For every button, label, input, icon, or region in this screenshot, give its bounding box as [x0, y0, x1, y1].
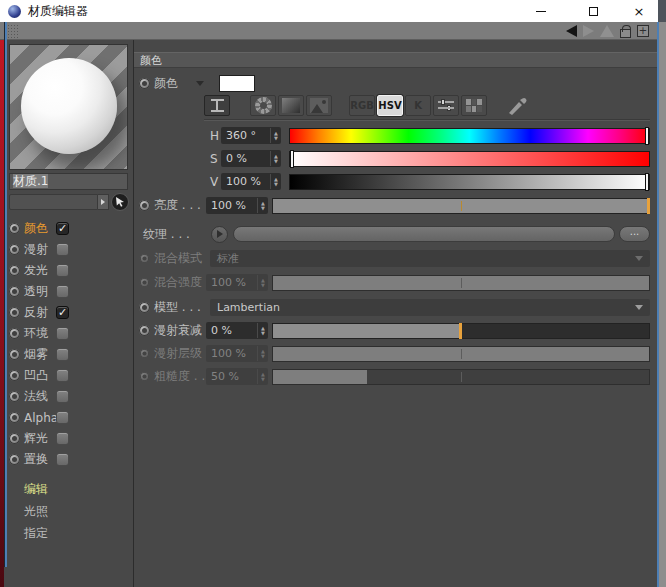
channel-label[interactable]: 漫射: [24, 241, 48, 258]
hue-slider[interactable]: [289, 128, 650, 144]
roughness-stepper: ▲▼: [257, 369, 268, 384]
channel-label[interactable]: 透明: [24, 283, 48, 300]
swatches-icon: [466, 99, 482, 112]
channel-checkbox[interactable]: [56, 390, 69, 403]
lock-icon[interactable]: [620, 29, 631, 38]
close-button[interactable]: ×: [624, 0, 654, 22]
channel-row: 颜色✓: [7, 218, 133, 239]
preview-option-expand-icon[interactable]: [98, 194, 109, 210]
channel-label[interactable]: 颜色: [24, 220, 48, 237]
spectrum-button[interactable]: [278, 95, 304, 116]
image-button[interactable]: [306, 95, 332, 116]
channel-radio-button[interactable]: [9, 265, 20, 276]
texture-browse-button[interactable]: ...: [619, 226, 650, 242]
channel-row: Alpha: [7, 407, 133, 428]
model-dropdown[interactable]: Lambertian: [210, 299, 650, 316]
eyedropper-icon[interactable]: [505, 95, 529, 115]
back-arrow-icon[interactable]: [566, 25, 577, 37]
channel-checkbox[interactable]: [56, 285, 69, 298]
forward-arrow-icon[interactable]: [583, 25, 594, 37]
diffuse-falloff-value-field[interactable]: 0 % ▲▼: [206, 322, 268, 339]
channel-radio-button[interactable]: [9, 454, 20, 465]
channel-label[interactable]: 置换: [24, 451, 48, 468]
chevron-down-icon[interactable]: [196, 81, 204, 86]
texture-path-button[interactable]: [233, 226, 615, 242]
maximize-button[interactable]: [578, 0, 608, 22]
minimize-button[interactable]: [526, 0, 556, 22]
diffuse-falloff-radio-button[interactable]: [139, 325, 150, 336]
material-preview[interactable]: [9, 44, 128, 170]
titlebar[interactable]: 材质编辑器 ×: [0, 0, 658, 22]
channel-label[interactable]: 发光: [24, 262, 48, 279]
material-name-input[interactable]: 材质.1: [9, 173, 128, 190]
hue-stepper[interactable]: ▲▼: [270, 128, 281, 143]
channel-label[interactable]: 反射: [24, 304, 48, 321]
texture-expand-button[interactable]: [211, 226, 228, 243]
saturation-slider[interactable]: [289, 151, 650, 167]
channel-radio-button[interactable]: [9, 244, 20, 255]
mixer-button[interactable]: [433, 95, 459, 116]
channel-label[interactable]: Alpha: [24, 411, 58, 425]
brightness-radio-button[interactable]: [139, 200, 150, 211]
model-radio-button[interactable]: [139, 302, 150, 313]
channel-radio-button[interactable]: [9, 286, 20, 297]
preview-option-bar[interactable]: [9, 194, 98, 210]
channel-radio-button[interactable]: [9, 391, 20, 402]
triangle-icon[interactable]: [600, 25, 614, 37]
saturation-stepper[interactable]: ▲▼: [270, 151, 281, 166]
channel-checkbox[interactable]: ✓: [56, 222, 69, 235]
channel-row: 透明: [7, 281, 133, 302]
channel-checkbox[interactable]: [56, 453, 69, 466]
brightness-slider[interactable]: [272, 198, 650, 214]
compact-button[interactable]: [204, 95, 230, 116]
section-list: 编辑光照指定: [7, 478, 133, 544]
value-slider[interactable]: [289, 174, 650, 190]
channel-checkbox[interactable]: [56, 348, 69, 361]
value-value-field[interactable]: 100 % ▲▼: [221, 173, 281, 190]
mix-mode-dropdown[interactable]: 标准: [210, 250, 650, 267]
section-label[interactable]: 编辑: [24, 481, 48, 498]
channel-radio-button[interactable]: [9, 349, 20, 360]
channel-checkbox[interactable]: [56, 243, 69, 256]
mix-mode-radio-button: [140, 254, 149, 263]
section-label[interactable]: 光照: [24, 503, 48, 520]
swatches-button[interactable]: [461, 95, 487, 116]
section-label[interactable]: 指定: [24, 525, 48, 542]
diffuse-falloff-slider[interactable]: [272, 323, 650, 339]
channel-checkbox[interactable]: [56, 432, 69, 445]
k-mode-button[interactable]: K: [405, 95, 431, 116]
diffuse-falloff-stepper[interactable]: ▲▼: [257, 323, 268, 338]
add-icon[interactable]: +: [637, 25, 649, 37]
channel-checkbox[interactable]: [56, 369, 69, 382]
channel-label[interactable]: 烟雾: [24, 346, 48, 363]
channel-radio-button[interactable]: [9, 433, 20, 444]
color-radio-button[interactable]: [139, 78, 150, 89]
saturation-value-field[interactable]: 0 % ▲▼: [221, 150, 281, 167]
channel-radio-button[interactable]: [9, 412, 20, 423]
channel-radio-button[interactable]: [9, 328, 20, 339]
channel-label[interactable]: 环境: [24, 325, 48, 342]
color-wheel-button[interactable]: [250, 95, 276, 116]
channel-checkbox[interactable]: ✓: [56, 306, 69, 319]
channel-checkbox[interactable]: [56, 327, 69, 340]
pick-button[interactable]: [111, 193, 129, 211]
channel-radio-button[interactable]: [9, 223, 20, 234]
hue-value-field[interactable]: 360 ° ▲▼: [221, 127, 281, 144]
mix-strength-stepper: ▲▼: [257, 275, 268, 290]
brightness-stepper[interactable]: ▲▼: [257, 198, 268, 213]
channel-radio-button[interactable]: [9, 370, 20, 381]
hsv-mode-button[interactable]: HSV: [377, 95, 403, 116]
rgb-mode-button[interactable]: RGB: [349, 95, 375, 116]
channel-row: 法线: [7, 386, 133, 407]
value-stepper[interactable]: ▲▼: [270, 174, 281, 189]
channel-radio-button[interactable]: [9, 307, 20, 318]
chevron-down-icon: [635, 256, 643, 261]
window-title: 材质编辑器: [28, 3, 88, 20]
color-swatch[interactable]: [219, 75, 255, 92]
channel-label[interactable]: 凹凸: [24, 367, 48, 384]
channel-checkbox[interactable]: [56, 411, 69, 424]
channel-checkbox[interactable]: [56, 264, 69, 277]
channel-label[interactable]: 法线: [24, 388, 48, 405]
brightness-value-field[interactable]: 100 % ▲▼: [206, 197, 268, 214]
channel-label[interactable]: 辉光: [24, 430, 48, 447]
